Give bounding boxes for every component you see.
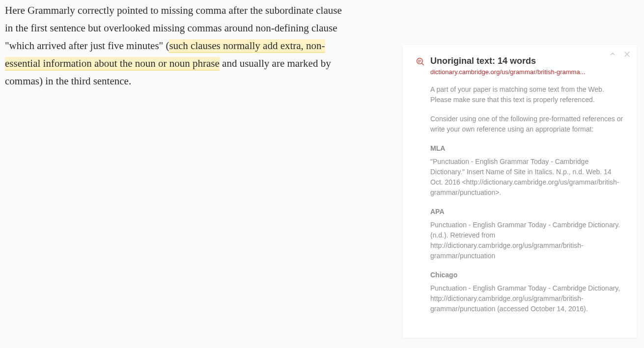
card-header: Unoriginal text: 14 words dictionary.cam…: [416, 56, 624, 76]
svg-line-1: [422, 63, 424, 65]
ref-text-apa: Punctuation - English Grammar Today - Ca…: [430, 220, 624, 261]
plagiarism-card: Unoriginal text: 14 words dictionary.cam…: [403, 45, 637, 338]
card-suggestion-text: Consider using one of the following pre-…: [430, 114, 624, 134]
article-body: Here Grammarly correctly pointed to miss…: [5, 1, 344, 90]
ref-text-chicago: Punctuation - English Grammar Today - Ca…: [430, 283, 624, 314]
ref-label-chicago: Chicago: [430, 270, 624, 280]
plagiarism-icon: [416, 57, 425, 67]
close-button[interactable]: [624, 51, 630, 58]
ref-text-mla: "Punctuation - English Grammar Today - C…: [430, 157, 624, 198]
collapse-button[interactable]: [610, 51, 616, 58]
close-icon: [624, 52, 630, 57]
card-controls: [610, 51, 630, 58]
ref-label-mla: MLA: [430, 143, 624, 154]
card-source-link[interactable]: dictionary.cambridge.org/us/grammar/brit…: [430, 68, 624, 76]
chevron-up-icon: [610, 51, 616, 57]
card-body: A part of your paper is matching some te…: [430, 84, 624, 314]
card-title: Unoriginal text: 14 words: [430, 56, 624, 66]
ref-label-apa: APA: [430, 207, 624, 217]
card-warning-text: A part of your paper is matching some te…: [430, 84, 624, 105]
